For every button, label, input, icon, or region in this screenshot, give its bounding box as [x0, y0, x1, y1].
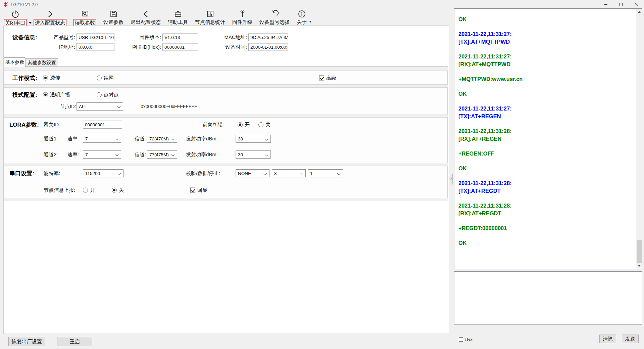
- work-mode-title: 工作模式:: [12, 74, 37, 82]
- radio-broadcast-label: 透明广播: [50, 92, 70, 98]
- scrollbar-thumb[interactable]: [637, 240, 642, 263]
- exit-config-label: 退出配置状态: [131, 19, 161, 25]
- radio-transparent-mode[interactable]: 透传: [43, 75, 60, 81]
- gateway-id-hex-label: 网关ID(Hex):: [126, 44, 161, 50]
- minimize-button[interactable]: [598, 0, 613, 9]
- ip-address-input[interactable]: 0.0.0.0: [77, 43, 114, 51]
- restart-button[interactable]: 重启: [57, 337, 92, 346]
- channel1-rate-select[interactable]: 7: [83, 135, 121, 143]
- data-bits-value: 8: [274, 171, 277, 176]
- checkbox-icon: [319, 76, 324, 81]
- close-button[interactable]: [629, 0, 644, 9]
- about-button[interactable]: 关于: [296, 9, 308, 26]
- channel1-channel-label: 信道:: [135, 136, 146, 142]
- channel1-power-select[interactable]: 30: [236, 135, 271, 143]
- gateway-id-hex-input[interactable]: 00000001: [162, 43, 198, 51]
- serial-title: 串口设置:: [9, 170, 34, 177]
- node-id-hint: 0x00000000~0xFFFFFFFF: [141, 104, 197, 109]
- node-id-select[interactable]: ALL: [77, 102, 123, 111]
- log-line: 2021-11-22,11:31:28: [TX]:AT+REGDT: [458, 179, 634, 195]
- maximize-icon: [619, 3, 623, 6]
- product-model-input[interactable]: USR-LG210-L-10: [77, 34, 114, 41]
- radio-report-off[interactable]: 关: [112, 187, 124, 193]
- aux-tools-label: 辅助工具: [168, 19, 188, 25]
- report-on-label: 开: [90, 187, 95, 193]
- scroll-up-button[interactable]: [636, 9, 642, 15]
- channel1-channel-value: 72(470M): [149, 136, 169, 141]
- device-model-button[interactable]: 设备型号选择: [258, 9, 291, 26]
- title-bar: LG210 V1.2.0: [0, 0, 644, 9]
- hex-checkbox[interactable]: Hex: [459, 337, 473, 342]
- channel2-channel-label-wrap: 信道:: [135, 151, 146, 158]
- send-button[interactable]: 发送: [622, 335, 639, 343]
- channel2-rate-select[interactable]: 7: [83, 150, 121, 159]
- set-params-button[interactable]: 设置参数: [102, 9, 125, 26]
- lora-title: LORA参数:: [9, 121, 39, 129]
- channel1-power-label: 发射功率dBm:: [186, 136, 218, 142]
- channel2-channel-value: 77(475M): [149, 152, 169, 157]
- scroll-down-button[interactable]: [636, 263, 642, 269]
- radio-fec-on[interactable]: 开: [238, 122, 250, 128]
- radio-network-mode[interactable]: 组网: [97, 75, 114, 81]
- tab-basic-params-label: 基本参数: [5, 59, 24, 66]
- node-id-value: ALL: [79, 104, 87, 109]
- factory-reset-button[interactable]: 恢复出厂设置: [8, 337, 45, 346]
- parity-select[interactable]: NONE: [236, 169, 269, 177]
- channel1-channel-select[interactable]: 72(470M): [147, 135, 177, 143]
- channel2-power-label-wrap: 发射功率dBm:: [186, 151, 218, 158]
- log-content: OK 2021-11-22,11:31:27: [TX]:AT+MQTTPWD …: [458, 15, 634, 267]
- firmware-upgrade-button[interactable]: 固件升级: [231, 9, 253, 26]
- checkbox-icon: [190, 188, 195, 193]
- channel1-label-wrap: 通道1:: [44, 136, 58, 142]
- exit-config-button[interactable]: 退出配置状态: [130, 9, 162, 26]
- panel-splitter-handle[interactable]: [450, 174, 453, 184]
- clear-button[interactable]: 清除: [599, 335, 616, 343]
- close-serial-button[interactable]: 关闭串口: [3, 9, 28, 27]
- channel1-rate-label-wrap: 速率:: [67, 136, 79, 142]
- radio-broadcast-mode[interactable]: 透明广播: [43, 92, 70, 98]
- node-report-label: 节点信息上报:: [44, 187, 75, 193]
- antenna-icon: [238, 9, 247, 18]
- radio-report-on[interactable]: 开: [83, 187, 95, 193]
- gateway-id-label-wrap: 网关ID:: [44, 122, 60, 128]
- node-stats-button[interactable]: 节点信息统计: [194, 9, 226, 26]
- baud-select[interactable]: 115200: [83, 169, 123, 177]
- firmware-version-input[interactable]: V1.0.13: [162, 34, 198, 41]
- mac-address-input[interactable]: 9C:A5:25:94:7A:3A: [248, 34, 288, 41]
- channel2-channel-select[interactable]: 77(475M): [147, 150, 177, 159]
- radio-icon: [83, 188, 88, 193]
- data-bits-select[interactable]: 8: [272, 169, 306, 177]
- fec-on-label: 开: [245, 122, 250, 128]
- channel1-label: 通道1:: [44, 136, 58, 142]
- chevron-down-icon[interactable]: [29, 22, 32, 24]
- device-time-input[interactable]: 2000-01-01,00:00:80: [248, 43, 288, 51]
- send-input[interactable]: [454, 271, 642, 324]
- maximize-button[interactable]: [613, 0, 629, 9]
- log-line: 2021-11-22,11:31:27: [RX]:AT+MQTTPWD: [458, 53, 634, 68]
- app-window: LG210 V1.2.0 关闭串口 进入配置状态 读取参数: [0, 0, 644, 349]
- log-panel: OK 2021-11-22,11:31:27: [TX]:AT+MQTTPWD …: [454, 8, 642, 269]
- radio-fec-off[interactable]: 关: [258, 122, 270, 128]
- gateway-id-input[interactable]: 00000001: [83, 121, 122, 129]
- mac-address-label: MAC地址:: [219, 34, 247, 41]
- read-params-button[interactable]: 读取参数: [72, 9, 97, 27]
- chevron-down-icon[interactable]: [309, 21, 312, 23]
- tab-other-params[interactable]: 其他参数设置: [26, 58, 58, 67]
- channel2-power-select[interactable]: 30: [236, 150, 271, 159]
- echo-checkbox[interactable]: 回显: [190, 187, 207, 193]
- aux-tools-button[interactable]: 辅助工具: [167, 9, 189, 26]
- radio-p2p-mode[interactable]: 点对点: [97, 92, 119, 98]
- gateway-id-label: 网关ID:: [44, 122, 60, 128]
- advanced-checkbox[interactable]: 高级: [319, 75, 336, 81]
- tab-basic-params[interactable]: 基本参数: [4, 57, 26, 67]
- fec-label-wrap: 前向纠错:: [203, 122, 224, 128]
- info-icon: [297, 9, 306, 18]
- channel2-rate-value: 7: [85, 152, 88, 157]
- channel2-power-label: 发射功率dBm:: [186, 151, 218, 158]
- radio-icon: [43, 76, 48, 81]
- log-scrollbar[interactable]: [636, 9, 642, 269]
- enter-config-button[interactable]: 进入配置状态: [33, 9, 67, 27]
- stop-bits-select[interactable]: 1: [308, 169, 343, 177]
- fec-label: 前向纠错:: [203, 122, 224, 128]
- device-info-title: 设备信息:: [12, 34, 37, 41]
